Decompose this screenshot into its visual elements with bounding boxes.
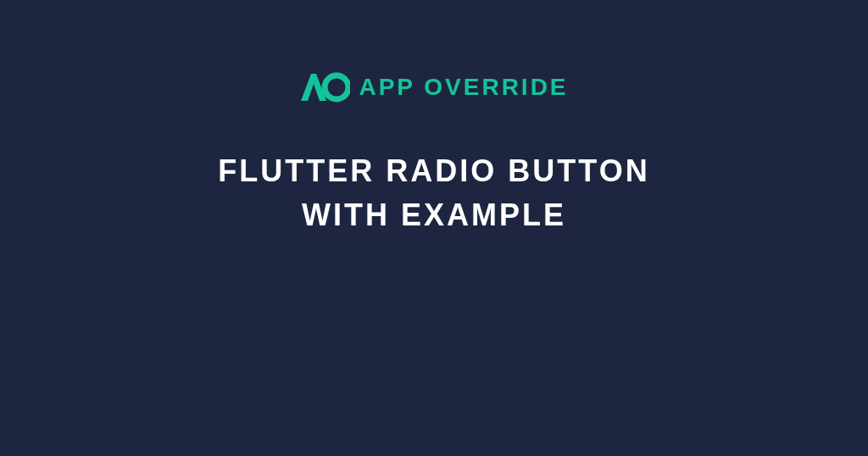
svg-point-0 — [325, 75, 348, 99]
logo-text: APP OVERRIDE — [359, 74, 568, 101]
title-line-1: FLUTTER RADIO BUTTON — [218, 149, 649, 193]
ao-logo-icon — [299, 72, 350, 103]
logo: APP OVERRIDE — [299, 72, 568, 103]
title-line-2: WITH EXAMPLE — [218, 193, 649, 237]
page-title: FLUTTER RADIO BUTTON WITH EXAMPLE — [218, 149, 649, 237]
